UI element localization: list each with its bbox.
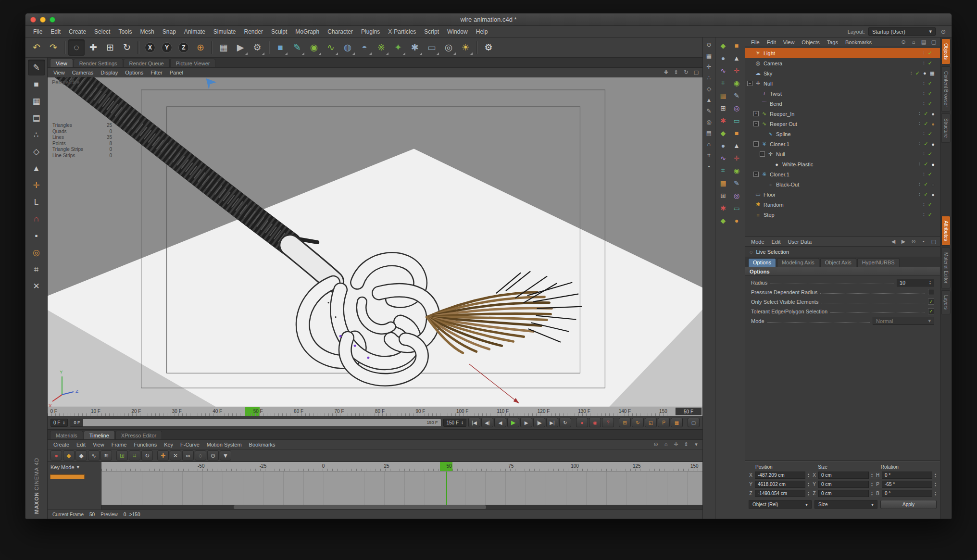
render-picture-viewer-button[interactable]: ▶: [232, 39, 249, 56]
expander-icon[interactable]: −: [747, 81, 752, 86]
object-label[interactable]: Random: [764, 202, 784, 208]
size-field[interactable]: 0 cm: [818, 481, 869, 488]
object-manager-menu[interactable]: File: [748, 39, 763, 46]
undo-button[interactable]: ↶: [28, 39, 45, 56]
snap-mode-button[interactable]: ∩: [28, 211, 45, 227]
stepper-icon[interactable]: ▲▼: [871, 473, 873, 477]
rotate-view-icon[interactable]: ↻: [682, 69, 690, 75]
object-label[interactable]: Cloner.1: [770, 141, 789, 147]
material-tag-icon[interactable]: ●: [931, 182, 936, 187]
enable-check-icon[interactable]: ✓: [924, 181, 928, 187]
home-icon[interactable]: ⌂: [910, 39, 917, 45]
menubar-item[interactable]: Plugins: [357, 27, 384, 36]
object-label[interactable]: Reeper Out: [770, 121, 797, 127]
palette-icon[interactable]: ✛: [704, 62, 714, 71]
polygons-mode-button[interactable]: ▲: [28, 161, 45, 176]
ghost-keys-icon[interactable]: ◌: [195, 450, 206, 460]
timeline-tool-button[interactable]: [154, 450, 156, 460]
loop-icon[interactable]: ↻: [141, 450, 153, 460]
object-label[interactable]: Black-Out: [776, 182, 799, 187]
viewport-tab[interactable]: Render Settings: [74, 59, 123, 67]
viewport-tab[interactable]: View: [50, 59, 73, 67]
object-label[interactable]: Spline: [776, 131, 791, 137]
menubar-item[interactable]: Simulate: [210, 27, 240, 36]
quantize-icon[interactable]: ⌗: [129, 450, 140, 460]
command-icon[interactable]: ●: [717, 52, 729, 64]
visibility-dots-icon[interactable]: ∶: [919, 161, 920, 167]
object-manager-menu[interactable]: Tags: [824, 39, 841, 46]
palette-icon[interactable]: ▲: [704, 95, 714, 104]
zoom-view-icon[interactable]: ⇕: [672, 69, 680, 75]
command-icon[interactable]: ▲: [730, 52, 743, 64]
stepper-icon[interactable]: ▲▼: [934, 491, 937, 496]
dropdown[interactable]: Normal ▾: [873, 317, 934, 325]
zoom-window-button[interactable]: [50, 17, 55, 23]
menubar-item[interactable]: MoGraph: [291, 27, 323, 36]
tree-item-white-plastic[interactable]: ● White-Plastic ∶ ✓ ●: [745, 159, 940, 169]
enable-check-icon[interactable]: ✓: [928, 100, 932, 107]
command-icon[interactable]: ⌗: [717, 77, 729, 89]
attribute-menu[interactable]: Mode: [748, 238, 768, 245]
preview-start-field[interactable]: 0 F ▲▼: [50, 419, 68, 427]
enable-check-icon[interactable]: ✓: [928, 131, 932, 137]
menubar-item[interactable]: X-Particles: [384, 27, 420, 36]
search-icon[interactable]: ⊙: [900, 39, 907, 45]
tree-item-sky[interactable]: ☁ Sky ∶ ✓ ● ▦: [745, 68, 940, 78]
detach-timeline-button[interactable]: ▢: [688, 418, 700, 427]
frame-all-icon[interactable]: ✛: [672, 441, 680, 448]
forward-icon[interactable]: ▶: [900, 238, 907, 245]
visibility-dots-icon[interactable]: ∶: [919, 141, 920, 147]
viewport-tab[interactable]: Render Queue: [124, 59, 170, 67]
enable-check-icon[interactable]: ✓: [915, 70, 920, 76]
tree-item-floor[interactable]: ▭ Floor ∶ ✓ ●: [745, 189, 940, 199]
back-icon[interactable]: ◀: [889, 238, 897, 245]
visibility-dots-icon[interactable]: ∶: [923, 131, 925, 137]
value-field[interactable]: 10 ▲▼: [897, 279, 934, 286]
enable-check-icon[interactable]: ✓: [928, 60, 932, 66]
transport-button[interactable]: [615, 418, 618, 427]
command-icon[interactable]: ●: [717, 139, 729, 151]
viewport-menu[interactable]: Panel: [166, 69, 187, 76]
viewport-menu[interactable]: Display: [97, 69, 121, 76]
timeline-menu[interactable]: Create: [50, 441, 73, 448]
dope-sheet[interactable]: -50-250255075100125150: [101, 462, 702, 510]
attribute-tab[interactable]: Modeling Axis: [777, 258, 819, 267]
object-label[interactable]: Light: [764, 50, 775, 56]
dope-track-area[interactable]: [101, 472, 702, 510]
checkbox[interactable]: ✓: [928, 299, 934, 305]
size-field[interactable]: 0 cm: [818, 490, 869, 497]
timeline-tool-button[interactable]: [113, 450, 115, 460]
menubar-item[interactable]: Select: [90, 27, 114, 36]
command-icon[interactable]: ✎: [730, 177, 743, 189]
visibility-dots-icon[interactable]: ∶: [923, 60, 925, 66]
render-settings-button[interactable]: ⚙: [249, 39, 265, 56]
visibility-dots-icon[interactable]: ∶: [923, 80, 925, 87]
enable-check-icon[interactable]: ✓: [928, 50, 932, 56]
palette-icon[interactable]: ∩: [704, 139, 714, 149]
tree-item-reeper-out[interactable]: − ∿ Reeper Out ∶ ✓ ●: [745, 119, 940, 129]
toolbar-button[interactable]: [268, 41, 270, 54]
viewport-solo-button[interactable]: ◎: [28, 245, 45, 261]
stepper-icon[interactable]: ▲▼: [929, 280, 931, 285]
search-icon[interactable]: ⊙: [939, 28, 948, 35]
make-editable-button[interactable]: ✎: [28, 60, 45, 75]
prev-key-button[interactable]: ◀|: [481, 418, 493, 427]
attribute-tab[interactable]: Object Axis: [820, 258, 856, 267]
goto-start-button[interactable]: |◀: [468, 418, 480, 427]
apply-button[interactable]: Apply: [880, 500, 937, 509]
palette-icon[interactable]: ⊙: [704, 40, 714, 49]
timeline-menu[interactable]: Bookmarks: [246, 441, 279, 448]
minimize-window-button[interactable]: [40, 17, 46, 23]
stepper-icon[interactable]: ▲▼: [63, 421, 65, 425]
stepper-icon[interactable]: ▲▼: [871, 491, 873, 496]
delete-track-icon[interactable]: ✕: [170, 450, 181, 460]
tree-item-reeper-in[interactable]: + ∿ Reeper_In ∶ ✓ ●: [745, 109, 940, 119]
material-tag-icon[interactable]: ● ▦: [923, 70, 936, 76]
home-icon[interactable]: ⌂: [662, 441, 670, 448]
visibility-dots-icon[interactable]: ∶: [919, 111, 920, 117]
command-icon[interactable]: ∿: [717, 152, 729, 164]
next-frame-button[interactable]: ▶: [520, 418, 532, 427]
loop-mode-button[interactable]: ↻: [559, 418, 571, 427]
timeline-tab[interactable]: Timeline: [84, 431, 115, 439]
menubar-item[interactable]: Window: [443, 27, 472, 36]
